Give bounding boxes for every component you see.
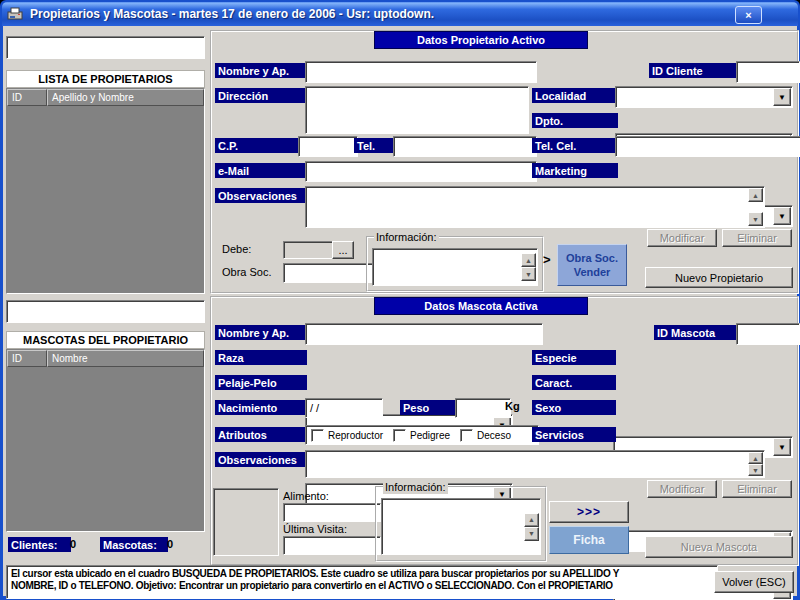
pet-name-label: Nombre y Ap.	[215, 325, 307, 340]
chevron-down-icon[interactable]: ▼	[773, 438, 791, 456]
pet-breed-label: Raza	[215, 350, 307, 365]
transfer-chevron-icon[interactable]: >	[543, 252, 551, 267]
pet-notes-input[interactable]: ▲ ▼	[305, 450, 765, 478]
pet-notes-label: Observaciones	[215, 452, 309, 467]
owner-cell-label: Tel. Cel.	[532, 138, 618, 153]
new-pet-button[interactable]: Nueva Mascota	[645, 536, 793, 558]
status-line2: NOMBRE, ID o TELEFONO. Objetivo: Encontr…	[11, 580, 713, 592]
pets-list-body[interactable]	[7, 367, 204, 531]
owner-insurance-label: Obra Soc.	[222, 266, 272, 278]
owner-debt-browse-button[interactable]: ...	[332, 241, 354, 259]
owner-id-input[interactable]	[736, 61, 800, 83]
pet-services-label: Servicios	[532, 427, 616, 442]
pets-list[interactable]: ID Nombre	[6, 349, 205, 532]
owner-address-input[interactable]	[305, 86, 529, 134]
pet-search-input[interactable]	[6, 300, 205, 323]
owner-city-label: Localidad	[532, 88, 618, 103]
owner-modify-button[interactable]: Modificar	[647, 229, 717, 247]
owners-col-name[interactable]: Apellido y Nombre	[47, 89, 204, 106]
pet-last-visit-label: Última Visita:	[283, 523, 347, 535]
owner-email-input[interactable]	[305, 161, 537, 182]
owner-notes-input[interactable]: ▲ ▼	[305, 186, 765, 228]
pet-last-visit-input[interactable]	[283, 536, 381, 555]
reproductor-checkbox-label: Reproductor	[328, 430, 383, 441]
owner-email-label: e-Mail	[215, 163, 307, 178]
pet-info-text[interactable]: ▲ ▼	[381, 498, 541, 555]
pet-weight-label: Peso	[400, 400, 458, 415]
pet-food-label: Alimento:	[283, 490, 329, 502]
pet-birth-label: Nacimiento	[215, 400, 307, 415]
clients-count-value: 0	[70, 538, 76, 550]
owner-name-label: Nombre y Ap.	[215, 63, 307, 78]
pets-count-label: Mascotas:	[100, 537, 168, 552]
pet-id-label: ID Mascota	[654, 325, 740, 340]
scroll-up-icon[interactable]: ▲	[748, 452, 763, 464]
pet-birth-input[interactable]: / /	[305, 398, 383, 418]
window-title: Propietarios y Mascotas - martes 17 de e…	[25, 7, 798, 21]
owner-info-text[interactable]: ▲ ▼	[372, 248, 538, 286]
owner-debt-input[interactable]	[283, 241, 339, 259]
checkbox-icon[interactable]	[460, 429, 473, 442]
pet-delete-button[interactable]: Eliminar	[722, 480, 792, 498]
owner-zip-input[interactable]	[298, 136, 358, 157]
scroll-down-icon[interactable]: ▼	[748, 464, 763, 476]
owner-info-groupbox: Información: ▲ ▼	[366, 236, 544, 292]
chevron-down-icon[interactable]: ▼	[773, 207, 791, 225]
deceso-checkbox[interactable]: Deceso	[460, 429, 511, 442]
scrollbar[interactable]: ▲ ▼	[521, 250, 536, 284]
ficha-button[interactable]: Ficha	[549, 526, 629, 554]
new-owner-button[interactable]: Nuevo Propietario	[645, 267, 793, 288]
obra-soc-vender-line1: Obra Soc.	[566, 251, 618, 265]
pets-col-id[interactable]: ID	[7, 350, 47, 367]
scroll-up-icon[interactable]: ▲	[521, 253, 536, 267]
owner-debt-label: Debe:	[222, 243, 251, 255]
owner-insurance-input[interactable]	[283, 263, 373, 283]
owners-col-id[interactable]: ID	[7, 89, 47, 106]
owner-phone-input[interactable]	[393, 136, 537, 157]
checkbox-icon[interactable]	[311, 429, 324, 442]
pedigree-checkbox[interactable]: Pedigree	[393, 429, 450, 442]
owner-name-input[interactable]	[305, 61, 537, 83]
scroll-down-icon[interactable]: ▼	[521, 267, 536, 281]
app-window: Propietarios y Mascotas - martes 17 de e…	[0, 0, 800, 600]
owner-delete-button[interactable]: Eliminar	[722, 229, 792, 247]
scrollbar[interactable]: ▲ ▼	[748, 452, 763, 476]
pet-food-input[interactable]	[283, 503, 381, 522]
clients-count-label: Clientes:	[8, 537, 71, 552]
pets-list-header: ID Nombre	[7, 350, 204, 367]
pet-id-input[interactable]	[736, 323, 800, 345]
owner-search-input[interactable]	[6, 36, 205, 59]
owner-city-select[interactable]: ▼	[615, 86, 793, 108]
reproductor-checkbox[interactable]: Reproductor	[311, 429, 383, 442]
pet-attributes-label: Atributos	[215, 427, 307, 442]
owners-list-title: LISTA DE PROPIETARIOS	[6, 70, 205, 88]
owners-list-body[interactable]	[7, 106, 204, 293]
deceso-checkbox-label: Deceso	[477, 430, 511, 441]
scroll-down-icon[interactable]: ▼	[524, 527, 539, 541]
volver-button[interactable]: Volver (ESC)	[714, 571, 794, 593]
scrollbar[interactable]: ▲ ▼	[524, 500, 539, 553]
owner-cell-input[interactable]	[615, 136, 800, 157]
checkbox-icon[interactable]	[393, 429, 406, 442]
owner-zip-label: C.P.	[215, 138, 301, 153]
pet-weight-input[interactable]	[455, 398, 511, 418]
close-button[interactable]: ×	[735, 6, 762, 24]
pedigree-checkbox-label: Pedigree	[410, 430, 450, 441]
pet-transfer-button[interactable]: >>>	[549, 501, 629, 523]
pets-col-name[interactable]: Nombre	[47, 350, 204, 367]
pet-modify-button[interactable]: Modificar	[647, 480, 717, 498]
scroll-up-icon[interactable]: ▲	[524, 513, 539, 527]
obra-soc-vender-button[interactable]: Obra Soc. Vender	[557, 244, 627, 286]
owners-list-header: ID Apellido y Nombre	[7, 89, 204, 106]
pet-photo-box[interactable]	[213, 488, 279, 556]
pet-attributes-panel: Reproductor Pedigree Deceso	[305, 425, 539, 445]
titlebar[interactable]: Propietarios y Mascotas - martes 17 de e…	[2, 2, 798, 26]
scroll-up-icon[interactable]: ▲	[748, 188, 763, 202]
chevron-down-icon[interactable]: ▼	[773, 88, 791, 106]
scroll-down-icon[interactable]: ▼	[748, 212, 763, 226]
app-icon	[7, 6, 25, 22]
scrollbar[interactable]: ▲ ▼	[748, 188, 763, 226]
pet-name-input[interactable]	[305, 323, 543, 345]
owners-list[interactable]: ID Apellido y Nombre	[6, 88, 205, 294]
pets-list-title: MASCOTAS DEL PROPIETARIO	[6, 331, 205, 349]
